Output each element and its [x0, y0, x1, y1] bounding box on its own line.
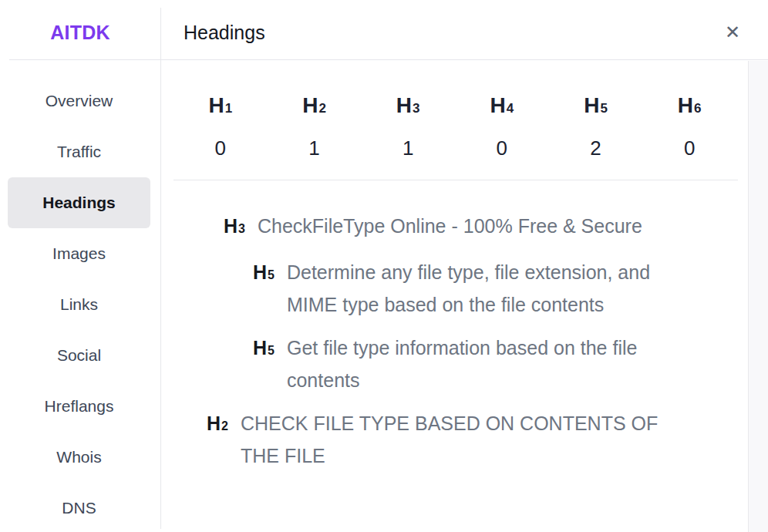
- heading-level-badge: H5: [253, 256, 275, 291]
- heading-item: H2 CHECK FILE TYPE BASED ON CONTENTS OF …: [161, 407, 746, 472]
- scrollbar-track[interactable]: [748, 61, 768, 532]
- headings-panel: H1 0 H2 1 H3 1 H4 0 H5 2 H6 0 H3 CheckFi…: [161, 60, 746, 532]
- sidebar-item-images[interactable]: Images: [8, 228, 150, 279]
- h5-label: H5: [584, 91, 608, 120]
- heading-item: H5 Get file type information based on th…: [161, 332, 746, 396]
- heading-count-h4: H4 0: [455, 91, 549, 162]
- heading-item: H3 CheckFileType Online - 100% Free & Se…: [161, 210, 746, 245]
- sidebar-nav: Overview Traffic Headings Images Links S…: [0, 60, 160, 532]
- h1-count: 0: [215, 134, 226, 162]
- h3-count: 1: [403, 134, 413, 162]
- sidebar-item-social[interactable]: Social: [8, 330, 150, 381]
- heading-level-badge: H2: [207, 407, 228, 443]
- headings-list: H3 CheckFileType Online - 100% Free & Se…: [161, 210, 746, 472]
- sidebar-item-label: Whois: [56, 448, 101, 466]
- heading-counts-summary: H1 0 H2 1 H3 1 H4 0 H5 2 H6 0: [173, 91, 736, 162]
- heading-text: CHECK FILE TYPE BASED ON CONTENTS OF THE…: [241, 407, 688, 472]
- panel-header: Headings ✕: [160, 15, 768, 45]
- counts-divider: [173, 180, 738, 180]
- h2-label: H2: [302, 91, 326, 120]
- sidebar-item-overview[interactable]: Overview: [8, 76, 150, 126]
- sidebar-item-label: DNS: [62, 499, 96, 517]
- h6-label: H6: [678, 91, 702, 120]
- heading-text: CheckFileType Online - 100% Free & Secur…: [258, 210, 642, 242]
- heading-count-h2: H2 1: [268, 91, 362, 162]
- sidebar-item-label: Hreflangs: [45, 397, 114, 416]
- close-icon[interactable]: ✕: [720, 20, 745, 45]
- h4-count: 0: [497, 134, 507, 162]
- sidebar-item-whois[interactable]: Whois: [8, 432, 150, 483]
- sidebar-item-label: Overview: [45, 92, 113, 110]
- heading-level-badge: H3: [224, 210, 245, 245]
- sidebar-item-label: Links: [60, 295, 98, 314]
- h1-label: H1: [208, 91, 232, 120]
- h2-count: 1: [308, 134, 319, 162]
- h5-count: 2: [590, 134, 601, 162]
- sidebar-item-label: Social: [57, 346, 101, 365]
- h4-label: H4: [490, 91, 514, 120]
- sidebar-item-label: Traffic: [57, 143, 101, 161]
- heading-text: Get file type information based on the f…: [287, 332, 688, 396]
- header: AITDK Headings ✕: [0, 0, 768, 60]
- h3-label: H3: [396, 91, 420, 120]
- sidebar-item-hreflangs[interactable]: Hreflangs: [8, 381, 150, 432]
- heading-count-h5: H5 2: [549, 91, 643, 162]
- brand-logo: AITDK: [0, 17, 160, 44]
- sidebar-item-headings[interactable]: Headings: [8, 177, 150, 228]
- sidebar-item-label: Images: [52, 244, 106, 263]
- heading-text: Determine any file type, file extension,…: [287, 256, 688, 321]
- heading-level-badge: H5: [253, 332, 275, 367]
- sidebar-item-links[interactable]: Links: [8, 279, 150, 330]
- sidebar-item-traffic[interactable]: Traffic: [8, 126, 150, 177]
- page-title: Headings: [184, 22, 265, 44]
- sidebar-item-label: Headings: [42, 194, 116, 212]
- heading-count-h1: H1 0: [173, 91, 268, 162]
- heading-item: H5 Determine any file type, file extensi…: [161, 256, 746, 321]
- h6-count: 0: [684, 134, 695, 162]
- sidebar-item-dns[interactable]: DNS: [8, 483, 150, 532]
- heading-count-h6: H6 0: [642, 91, 736, 162]
- heading-count-h3: H3 1: [361, 91, 455, 162]
